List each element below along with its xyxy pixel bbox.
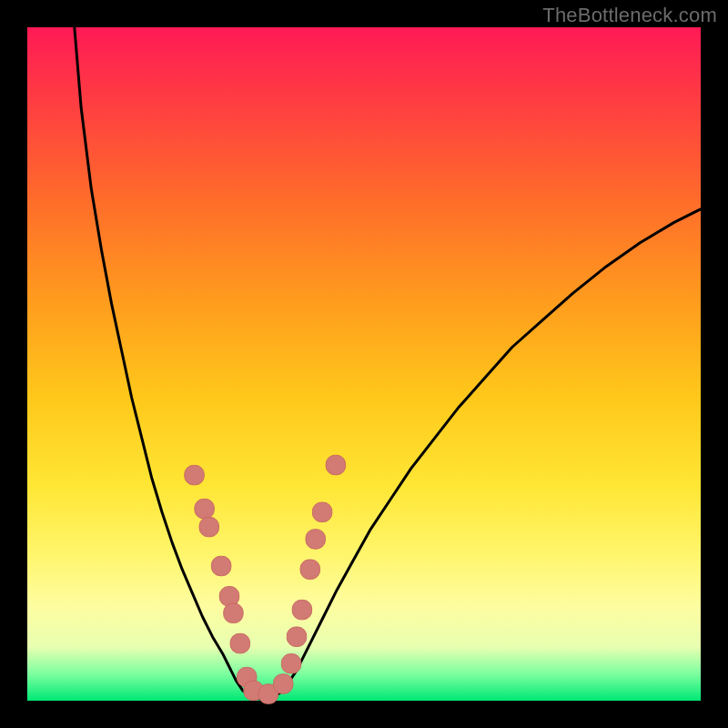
data-marker — [300, 560, 319, 579]
data-marker — [230, 633, 249, 652]
data-marker — [281, 654, 300, 673]
curve-layer — [75, 27, 701, 700]
watermark-text: TheBottleneck.com — [542, 4, 717, 27]
data-marker — [287, 627, 306, 646]
data-marker — [199, 517, 218, 536]
chart-frame: TheBottleneck.com — [0, 0, 728, 728]
marker-layer — [185, 455, 346, 703]
data-marker — [211, 556, 230, 575]
data-marker — [306, 530, 325, 549]
data-marker — [195, 499, 214, 518]
bottleneck-curve — [75, 27, 701, 700]
data-marker — [326, 455, 345, 474]
data-marker — [292, 600, 311, 619]
plot-area — [27, 27, 701, 701]
data-marker — [273, 674, 292, 693]
chart-svg — [27, 27, 701, 701]
data-marker — [185, 465, 204, 484]
data-marker — [224, 603, 243, 622]
data-marker — [312, 502, 331, 521]
